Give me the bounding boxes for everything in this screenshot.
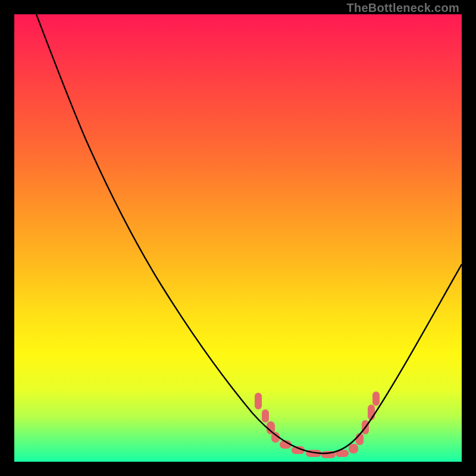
svg-rect-9 bbox=[349, 444, 358, 453]
svg-rect-0 bbox=[255, 393, 262, 409]
watermark-text: TheBottleneck.com bbox=[346, 1, 459, 15]
chart-frame: TheBottleneck.com bbox=[0, 0, 476, 476]
bottleneck-curve-svg bbox=[14, 14, 462, 462]
highlight-markers bbox=[255, 392, 380, 458]
svg-rect-13 bbox=[372, 392, 380, 406]
svg-rect-1 bbox=[262, 409, 269, 422]
plot-area bbox=[14, 14, 462, 462]
bottleneck-curve-path bbox=[36, 14, 462, 453]
